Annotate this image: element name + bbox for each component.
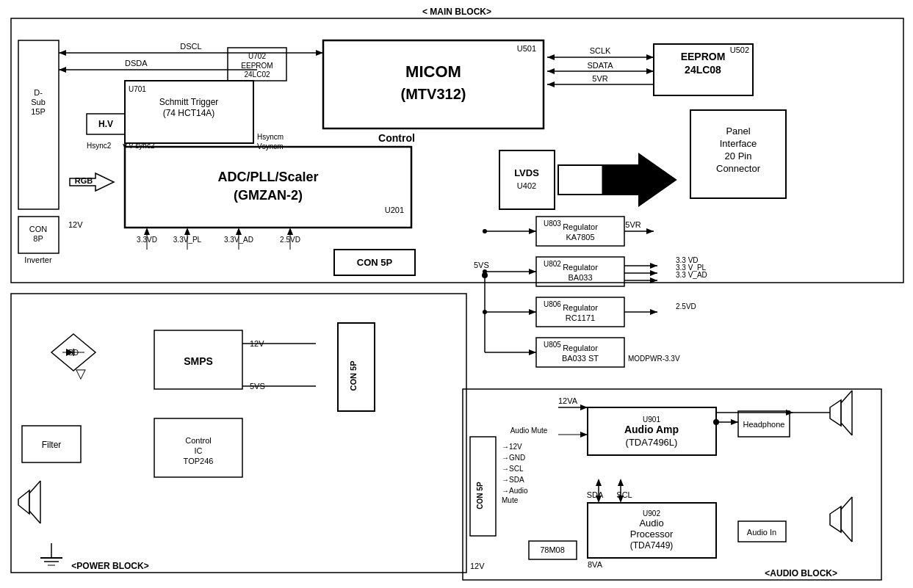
svg-text:U201: U201 [385, 206, 404, 214]
u806-ref: U806 [544, 300, 561, 308]
hv-label: H.V [98, 119, 113, 129]
eeprom-main-label: EEPROM [681, 51, 726, 62]
sda-arrow: →SDA [502, 476, 524, 484]
gnd-arrow: →GND [502, 454, 525, 462]
svg-text:Sub: Sub [31, 98, 46, 106]
3v3vad-out-label: 3.3 V_AD [676, 271, 707, 279]
12va-label: 12VA [558, 396, 578, 405]
svg-text:(MTV312): (MTV312) [401, 86, 466, 102]
svg-text:Connector: Connector [716, 163, 761, 174]
schmitt-label: Schmitt Trigger [159, 97, 219, 107]
u901-ref: U901 [643, 415, 660, 424]
scl-arrow: →SCL [502, 465, 524, 473]
audio-amp-label: Audio Amp [624, 424, 679, 435]
reg-u802-label: Regulator [563, 263, 598, 272]
audio-mute-label: Audio Mute [510, 427, 548, 435]
con5p-main-label: CON 5P [357, 257, 393, 268]
diagram-container: < MAIN BLOCK> D- Sub 15P CON 8P Inverter… [0, 0, 913, 588]
svg-text:U501: U501 [517, 44, 536, 53]
vsyncm-label: Vsyncm [257, 142, 284, 150]
inverter-label: Inverter [24, 255, 52, 264]
78m08-label: 78M08 [540, 545, 565, 554]
u805-ref: U805 [544, 341, 561, 349]
dsda-label: DSDA [125, 59, 148, 68]
svg-text:(TDA7449): (TDA7449) [630, 540, 674, 551]
control-ic-label: Control [185, 436, 211, 445]
lvds-label: LVDS [514, 167, 539, 178]
main-svg: < MAIN BLOCK> D- Sub 15P CON 8P Inverter… [0, 0, 913, 588]
micom-label: MICOM [405, 62, 461, 81]
filter-label: Filter [42, 440, 62, 450]
svg-text:Processor: Processor [630, 529, 674, 540]
reg-u805-label: Regulator [563, 344, 598, 352]
svg-text:Mute: Mute [502, 496, 519, 504]
svg-text:U701: U701 [129, 85, 146, 93]
12v-main-label: 12V [68, 220, 83, 229]
12v-audio-label: 12V [470, 562, 485, 570]
vsync2-label: ▼V sync2 [121, 142, 155, 150]
svg-point-143 [483, 269, 487, 274]
con5p-power-label: CON 5P [349, 361, 358, 391]
svg-point-144 [483, 310, 487, 314]
svg-text:(TDA7496L): (TDA7496L) [626, 437, 678, 448]
sdata-label: SDATA [587, 61, 613, 70]
power-block-label: <POWER BLOCK> [71, 561, 148, 571]
svg-text:RC1171: RC1171 [566, 313, 595, 322]
con5p-audio-label: CON 5P [476, 482, 484, 509]
audio-mute-arrow: →Audio [502, 487, 528, 495]
12v-audio-arrow: →12V [502, 443, 522, 451]
svg-text:24LC08: 24LC08 [685, 64, 721, 76]
svg-text:BA033 ST: BA033 ST [562, 354, 599, 363]
audio-proc-label: Audio [639, 518, 663, 529]
modpwr-label: MODPWR-3.3V [628, 355, 680, 363]
reg-u803-label: Regulator [563, 222, 598, 231]
svg-text:24LC02: 24LC02 [244, 70, 270, 79]
headphone-label: Headphone [743, 420, 785, 429]
dsub-label: D- [34, 88, 43, 97]
u803-ref: U803 [544, 219, 561, 228]
svg-text:EEPROM: EEPROM [241, 62, 273, 70]
8va-label: 8VA [588, 560, 603, 569]
main-block-label: < MAIN BLOCK> [422, 7, 491, 17]
audio-in-label: Audio In [747, 528, 776, 537]
svg-text:U402: U402 [517, 181, 536, 190]
audio-block-label: <AUDIO BLOCK> [765, 568, 837, 578]
hsync2-label: Hsync2 [87, 142, 112, 150]
svg-text:U502: U502 [730, 46, 749, 54]
svg-point-142 [483, 229, 487, 233]
reg-u806-label: Regulator [563, 303, 598, 312]
svg-text:TOP246: TOP246 [184, 457, 214, 465]
5vs-main-label: 5VS [474, 261, 489, 269]
con8p-label: CON [29, 225, 48, 233]
rgb-label: RGB [75, 176, 93, 185]
panel-label: Panel [726, 126, 750, 137]
smps-label: SMPS [184, 355, 213, 367]
svg-text:BA033: BA033 [568, 273, 592, 282]
5vr-reg-label: 5VR [625, 220, 640, 229]
5vr-top-label: 5VR [592, 74, 607, 83]
2v5vd-out-label: 2.5VD [676, 302, 696, 311]
svg-text:8P: 8P [33, 234, 43, 243]
hsyncm-label: Hsyncm [257, 133, 284, 141]
svg-text:KA7805: KA7805 [566, 233, 594, 242]
svg-text:(GMZAN-2): (GMZAN-2) [234, 188, 303, 203]
u802-ref: U802 [544, 260, 561, 268]
u902-ref: U902 [643, 509, 660, 518]
svg-text:15P: 15P [31, 107, 46, 116]
cap-symbol: ▽ [76, 366, 86, 381]
svg-text:(74 HCT14A): (74 HCT14A) [163, 108, 215, 118]
adc-label: ADC/PLL/Scaler [217, 170, 318, 184]
sda-label: SDA [587, 490, 604, 499]
svg-text:Interface: Interface [720, 138, 757, 149]
dscl-label: DSCL [180, 42, 201, 51]
control-label: Control [378, 132, 415, 144]
sclk-label: SCLK [590, 46, 611, 55]
svg-text:IC: IC [195, 446, 203, 455]
svg-text:20 Pin: 20 Pin [725, 150, 752, 161]
